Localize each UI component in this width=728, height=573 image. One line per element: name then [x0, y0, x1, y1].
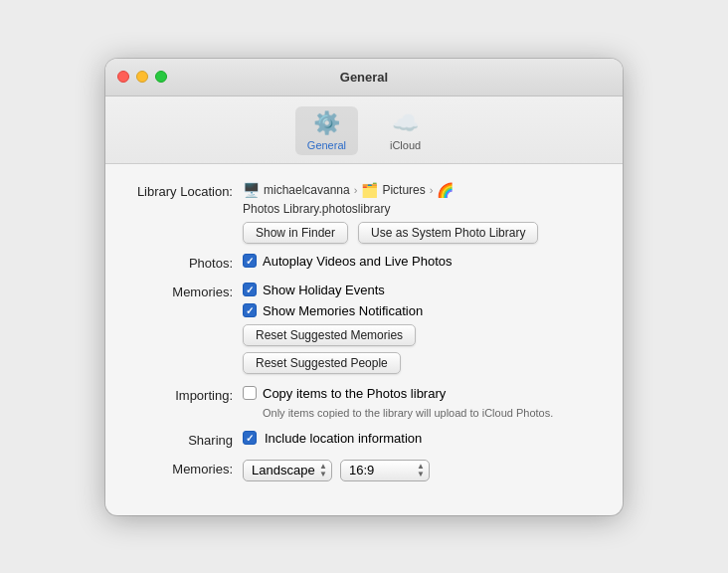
path-arrow-2: ›	[430, 184, 434, 196]
library-buttons: Show in Finder Use as System Photo Libra…	[243, 222, 595, 244]
reset-suggested-memories-wrapper: Reset Suggested Memories	[243, 324, 595, 346]
toolbar: ⚙️ General ☁️ iCloud	[105, 96, 623, 164]
tab-icloud[interactable]: ☁️ iCloud	[378, 106, 433, 155]
titlebar: General	[105, 59, 623, 96]
minimize-button[interactable]	[136, 71, 148, 83]
importing-label: Importing:	[133, 386, 243, 403]
orientation-arrows: ▲ ▼	[319, 463, 327, 478]
sharing-content: Include location information	[243, 431, 595, 446]
window-title: General	[340, 70, 388, 85]
library-location-row: Library Location: 🖥️ michaelcavanna › 🗂️…	[133, 182, 595, 244]
notification-label: Show Memories Notification	[263, 303, 423, 318]
autoplay-label: Autoplay Videos and Live Photos	[263, 254, 453, 269]
importing-row: Importing: Copy items to the Photos libr…	[133, 386, 595, 419]
memories-content: Show Holiday Events Show Memories Notifi…	[243, 283, 595, 374]
memories-format-row: Memories: Landscape ▲ ▼ 16:9 ▲ ▼	[133, 460, 595, 481]
path-folder: Pictures	[382, 183, 425, 197]
memories-format-label: Memories:	[133, 460, 243, 477]
memories-selects: Landscape ▲ ▼ 16:9 ▲ ▼	[243, 460, 595, 481]
ratio-arrows: ▲ ▼	[417, 463, 425, 478]
memories-row: Memories: Show Holiday Events Show Memor…	[133, 283, 595, 374]
reset-suggested-people-wrapper: Reset Suggested People	[243, 352, 595, 374]
path-arrow-1: ›	[354, 184, 358, 196]
photos-icon: 🌈	[437, 182, 454, 198]
close-button[interactable]	[117, 71, 129, 83]
tab-icloud-label: iCloud	[390, 139, 421, 151]
reset-suggested-memories-button[interactable]: Reset Suggested Memories	[243, 324, 416, 346]
user-icon: 🖥️	[243, 182, 260, 198]
folder-icon: 🗂️	[361, 182, 378, 198]
autoplay-checkbox[interactable]	[243, 254, 257, 268]
notification-checkbox[interactable]	[243, 303, 257, 317]
tab-general-label: General	[307, 139, 346, 151]
reset-suggested-people-button[interactable]: Reset Suggested People	[243, 352, 401, 374]
use-as-system-button[interactable]: Use as System Photo Library	[358, 222, 538, 244]
orientation-value: Landscape	[252, 463, 315, 478]
location-checkbox[interactable]	[243, 431, 257, 445]
copy-items-label: Copy items to the Photos library	[263, 386, 446, 401]
library-location-content: 🖥️ michaelcavanna › 🗂️ Pictures › 🌈 Phot…	[243, 182, 595, 244]
notification-checkbox-row: Show Memories Notification	[243, 303, 595, 318]
show-in-finder-button[interactable]: Show in Finder	[243, 222, 348, 244]
holiday-label: Show Holiday Events	[263, 283, 385, 297]
preferences-window: General ⚙️ General ☁️ iCloud Library Loc…	[105, 59, 623, 515]
photos-content: Autoplay Videos and Live Photos	[243, 254, 595, 269]
library-path: 🖥️ michaelcavanna › 🗂️ Pictures › 🌈 Phot…	[243, 182, 595, 216]
maximize-button[interactable]	[155, 71, 167, 83]
memories-label: Memories:	[133, 283, 243, 299]
general-icon: ⚙️	[313, 110, 340, 136]
holiday-checkbox-row: Show Holiday Events	[243, 283, 595, 297]
library-location-label: Library Location:	[133, 182, 243, 199]
content-area: Library Location: 🖥️ michaelcavanna › 🗂️…	[105, 164, 623, 515]
holiday-checkbox[interactable]	[243, 283, 257, 296]
autoplay-checkbox-row: Autoplay Videos and Live Photos	[243, 254, 595, 269]
copy-items-checkbox[interactable]	[243, 386, 257, 400]
tab-general[interactable]: ⚙️ General	[295, 106, 358, 155]
icloud-icon: ☁️	[392, 110, 419, 136]
copy-items-checkbox-row: Copy items to the Photos library	[243, 386, 595, 401]
location-checkbox-row: Include location information	[243, 431, 595, 446]
memories-format-content: Landscape ▲ ▼ 16:9 ▲ ▼	[243, 460, 595, 481]
sharing-label: Sharing	[133, 431, 243, 448]
copy-items-sub: Only items copied to the library will up…	[263, 407, 595, 419]
photos-row: Photos: Autoplay Videos and Live Photos	[133, 254, 595, 271]
orientation-select[interactable]: Landscape ▲ ▼	[243, 460, 332, 481]
path-file: Photos Library.photoslibrary	[243, 202, 391, 216]
importing-content: Copy items to the Photos library Only it…	[243, 386, 595, 419]
traffic-lights	[117, 71, 167, 83]
ratio-select[interactable]: 16:9 ▲ ▼	[340, 460, 430, 481]
location-label: Include location information	[265, 431, 422, 446]
sharing-row: Sharing Include location information	[133, 431, 595, 448]
photos-label: Photos:	[133, 254, 243, 271]
path-user: michaelcavanna	[264, 183, 350, 197]
ratio-value: 16:9	[349, 463, 374, 478]
